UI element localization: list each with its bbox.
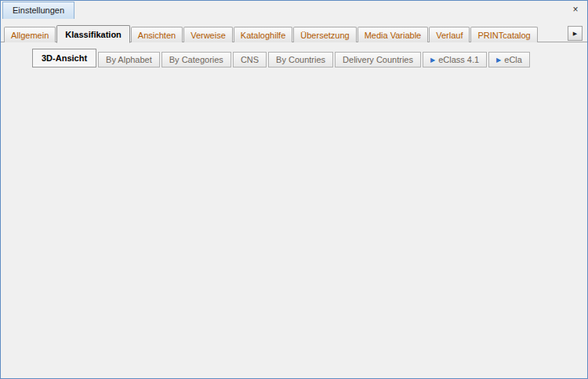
tab-verlauf[interactable]: Verlauf bbox=[429, 27, 470, 42]
titlebar: Einstellungen × bbox=[1, 1, 587, 20]
subtab-3d-ansicht[interactable]: 3D-Ansicht bbox=[32, 49, 96, 67]
subtab-by-alphabet[interactable]: By Alphabet bbox=[98, 52, 160, 67]
settings-window: Einstellungen × AllgemeinKlassifikationA… bbox=[0, 0, 588, 379]
close-icon[interactable]: × bbox=[569, 4, 582, 16]
tab-media-variable[interactable]: Media Variable bbox=[358, 27, 429, 42]
subtab-label: eCla bbox=[504, 55, 522, 64]
klassifikation-page bbox=[1, 42, 587, 378]
subtab-label: Delivery Countries bbox=[343, 55, 413, 64]
tab-bersetzung[interactable]: Übersetzung bbox=[293, 27, 356, 42]
main-tab-bar: AllgemeinKlassifikationAnsichtenVerweise… bbox=[4, 23, 565, 42]
subtab-label: 3D-Ansicht bbox=[42, 53, 87, 63]
tab-ansichten[interactable]: Ansichten bbox=[131, 27, 183, 42]
tab-klassifikation[interactable]: Klassifikation bbox=[56, 25, 130, 43]
main-tabs-scroll-right-icon[interactable]: ▶ bbox=[568, 26, 583, 41]
tab-arrow-icon: ▶ bbox=[430, 56, 435, 64]
subtab-by-countries[interactable]: By Countries bbox=[268, 52, 333, 67]
subtab-by-categories[interactable]: By Categories bbox=[162, 52, 231, 67]
subtab-ecla[interactable]: ▶eCla bbox=[488, 52, 530, 67]
tab-allgemein[interactable]: Allgemein bbox=[4, 27, 56, 42]
subtab-cns[interactable]: CNS bbox=[233, 52, 267, 67]
window-title: Einstellungen bbox=[2, 2, 74, 19]
tab-verweise[interactable]: Verweise bbox=[183, 27, 233, 42]
subtab-label: By Countries bbox=[276, 55, 325, 64]
tab-kataloghilfe[interactable]: Kataloghilfe bbox=[234, 27, 293, 42]
sub-tab-bar: 3D-AnsichtBy AlphabetBy CategoriesCNSBy … bbox=[32, 48, 565, 67]
subtab-label: CNS bbox=[241, 55, 259, 64]
subtab-eclass-4-1[interactable]: ▶eClass 4.1 bbox=[423, 52, 487, 67]
subtab-delivery-countries[interactable]: Delivery Countries bbox=[335, 52, 421, 67]
subtab-label: By Alphabet bbox=[106, 55, 152, 64]
tab-arrow-icon: ▶ bbox=[496, 56, 501, 64]
subtab-label: By Categories bbox=[169, 55, 223, 64]
tab-printcatalog[interactable]: PRINTcatalog bbox=[470, 27, 537, 42]
subtab-label: eClass 4.1 bbox=[438, 55, 479, 64]
